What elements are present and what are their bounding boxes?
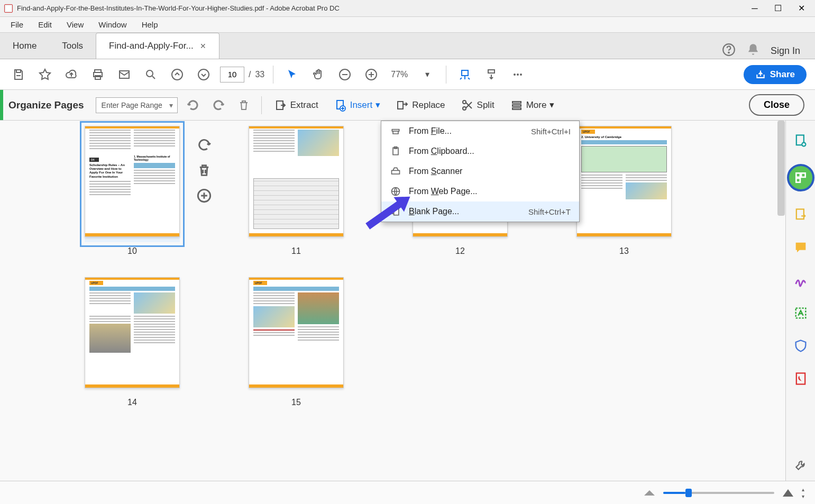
organize-pages-bar: Organize Pages Enter Page Range Extract … xyxy=(0,90,815,121)
svg-point-21 xyxy=(463,107,466,110)
menu-window[interactable]: Window xyxy=(92,18,133,31)
svg-point-6 xyxy=(146,70,153,77)
insert-label: Insert xyxy=(350,100,373,111)
close-organize-button[interactable]: Close xyxy=(749,94,804,116)
organize-pages-tool-icon[interactable] xyxy=(787,164,814,191)
accent-bar xyxy=(0,90,3,120)
page-number-label: 12 xyxy=(455,246,465,256)
comment-icon[interactable] xyxy=(791,238,810,257)
cloud-upload-icon[interactable] xyxy=(61,65,81,85)
page-thumbnail[interactable]: UPDF 2. University of Cambridge 13 xyxy=(576,126,672,256)
menu-edit[interactable]: Edit xyxy=(32,18,58,31)
page-down-icon[interactable] xyxy=(194,65,214,85)
maximize-button[interactable]: ☐ xyxy=(773,3,783,14)
insert-from-scanner[interactable]: From Scanner xyxy=(381,161,579,181)
scroll-mode-icon[interactable] xyxy=(481,65,501,85)
select-tool-icon[interactable] xyxy=(282,65,302,85)
star-icon[interactable] xyxy=(35,65,55,85)
page-thumbnail[interactable]: UPDF 14 xyxy=(85,277,180,407)
minimize-button[interactable]: ─ xyxy=(749,3,760,14)
vertical-scrollbar[interactable] xyxy=(777,121,785,216)
notifications-icon[interactable] xyxy=(746,43,760,59)
export-pdf-icon[interactable] xyxy=(791,205,810,224)
protect-icon[interactable] xyxy=(791,336,810,355)
sign-in-button[interactable]: Sign In xyxy=(771,45,800,57)
rotate-left-icon[interactable] xyxy=(183,95,203,115)
adobe-pdf-icon[interactable] xyxy=(791,369,810,388)
insert-from-file-label: From File... xyxy=(409,126,524,136)
create-pdf-icon[interactable] xyxy=(791,131,810,150)
zoom-out-icon[interactable] xyxy=(335,65,355,85)
insert-button[interactable]: Insert ▾ xyxy=(329,96,386,115)
scan-ocr-icon[interactable] xyxy=(791,304,810,323)
insert-from-file[interactable]: From File... Shift+Ctrl+I xyxy=(381,121,579,141)
svg-rect-22 xyxy=(512,102,521,103)
page-indicator: / 33 xyxy=(220,67,264,83)
more-button[interactable]: More ▾ xyxy=(505,96,560,115)
insert-from-clipboard[interactable]: From Clipboard... xyxy=(381,141,579,161)
svg-rect-38 xyxy=(796,209,803,219)
replace-label: Replace xyxy=(412,100,445,111)
share-button[interactable]: Share xyxy=(744,65,807,84)
shortcut-label: Shift+Ctrl+T xyxy=(528,207,571,216)
bottom-zoom-bar: ▴▾ xyxy=(0,481,815,504)
print-icon[interactable] xyxy=(88,65,108,85)
delete-page-icon[interactable] xyxy=(234,95,254,115)
delete-page-hover-icon[interactable] xyxy=(195,161,214,180)
close-window-button[interactable]: ✕ xyxy=(796,3,807,14)
scroll-buttons[interactable]: ▴▾ xyxy=(802,487,804,499)
main-toolbar: / 33 77% ▾ Share xyxy=(0,59,815,90)
fit-width-icon[interactable] xyxy=(455,65,475,85)
tab-home[interactable]: Home xyxy=(0,33,49,59)
svg-rect-36 xyxy=(801,173,805,177)
svg-rect-23 xyxy=(512,105,521,106)
organize-title: Organize Pages xyxy=(8,99,90,111)
page-number-input[interactable] xyxy=(220,67,244,83)
page-thumbnail[interactable]: UPDF xyxy=(249,277,344,407)
thumbnail-size-slider[interactable] xyxy=(663,492,774,494)
split-button[interactable]: Split xyxy=(456,96,500,115)
replace-button[interactable]: Replace xyxy=(391,96,450,115)
svg-rect-29 xyxy=(392,170,400,174)
menu-bar: File Edit View Window Help xyxy=(0,17,815,33)
page-number-label: 13 xyxy=(619,246,629,256)
page-range-select[interactable]: Enter Page Range xyxy=(96,97,178,113)
sign-icon[interactable] xyxy=(791,271,810,290)
share-label: Share xyxy=(770,69,795,80)
chevron-down-icon: ▾ xyxy=(550,99,554,111)
zoom-dropdown-icon[interactable]: ▾ xyxy=(417,65,437,85)
svg-rect-11 xyxy=(462,70,468,76)
menu-view[interactable]: View xyxy=(60,18,90,31)
insert-page-hover-icon[interactable] xyxy=(195,186,214,205)
tab-document[interactable]: Find-and-Apply-For... ✕ xyxy=(96,33,219,59)
save-icon[interactable] xyxy=(8,65,29,85)
page-thumbnail[interactable]: 04 Scholarship Rules – An Overview and H… xyxy=(85,126,180,256)
menu-help[interactable]: Help xyxy=(135,18,164,31)
thumbnail-small-icon[interactable] xyxy=(644,490,655,496)
tools-wrench-icon[interactable] xyxy=(791,455,810,474)
hand-tool-icon[interactable] xyxy=(308,65,328,85)
shortcut-label: Shift+Ctrl+I xyxy=(531,127,571,136)
svg-point-15 xyxy=(520,74,522,76)
extract-label: Extract xyxy=(290,100,318,111)
insert-blank-page-label: Blank Page... xyxy=(409,207,521,216)
separator xyxy=(261,96,262,114)
svg-rect-37 xyxy=(796,178,800,182)
menu-file[interactable]: File xyxy=(4,18,30,31)
page-up-icon[interactable] xyxy=(167,65,187,85)
rotate-right-icon[interactable] xyxy=(208,95,228,115)
mail-icon[interactable] xyxy=(114,65,134,85)
thumbnail-large-icon[interactable] xyxy=(783,489,793,497)
zoom-in-icon[interactable] xyxy=(361,65,381,85)
svg-rect-40 xyxy=(796,373,804,384)
page-thumbnail[interactable]: 11 xyxy=(249,126,344,256)
tab-close-icon[interactable]: ✕ xyxy=(200,42,206,50)
scanner-icon xyxy=(390,166,401,177)
extract-button[interactable]: Extract xyxy=(269,96,324,115)
help-icon[interactable] xyxy=(722,43,736,59)
more-tools-icon[interactable] xyxy=(508,65,528,85)
app-tabs: Home Tools Find-and-Apply-For... ✕ Sign … xyxy=(0,33,815,59)
search-icon[interactable] xyxy=(141,65,161,85)
rotate-page-icon[interactable] xyxy=(195,135,214,154)
tab-tools[interactable]: Tools xyxy=(49,33,96,59)
